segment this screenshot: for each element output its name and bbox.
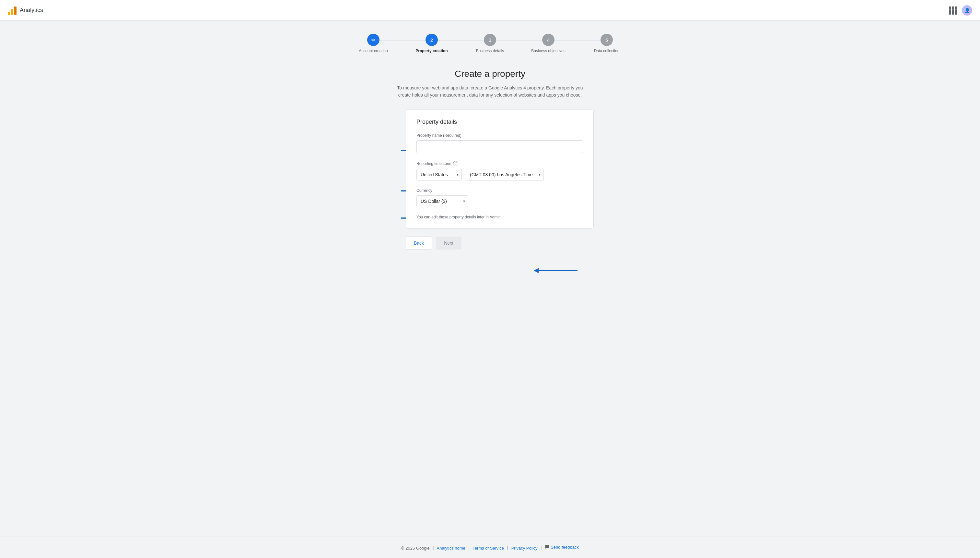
terms-link[interactable]: Terms of Service [473,545,504,550]
main-content: ✏ Account creation 2 Property creation 3… [0,21,980,537]
step-property-creation: 2 Property creation [402,34,461,53]
property-name-input[interactable] [417,140,583,153]
timezone-row: United States ▾ (GMT-08:00) Los Angeles … [417,169,583,181]
step-3-circle: 3 [484,34,496,46]
step-2-label: Property creation [415,49,448,53]
svg-marker-7 [534,268,538,273]
button-row: Back Next [406,236,594,249]
timezone-field-group: Reporting time zone ? United States ▾ (G… [417,161,583,181]
copyright-text: © 2025 Google [401,545,430,550]
privacy-link[interactable]: Privacy Policy [511,545,538,550]
step-business-details: 3 Business details [461,34,519,53]
pencil-icon: ✏ [371,37,376,43]
step-4-number: 4 [547,37,550,43]
header: Analytics 👤 [0,0,980,21]
header-right: 👤 [949,5,972,16]
currency-select[interactable]: US Dollar ($) [417,195,468,207]
currency-select-wrapper: US Dollar ($) ▾ [417,195,468,207]
logo-bar-3 [14,7,16,15]
step-data-collection: 5 Data collection [578,34,636,53]
timezone-help-icon[interactable]: ? [453,161,458,166]
user-avatar[interactable]: 👤 [962,5,972,16]
header-left: Analytics [8,6,43,15]
step-4-circle: 4 [542,34,555,46]
currency-field-group: Currency US Dollar ($) ▾ [417,188,583,207]
property-details-card: Property details Property name (Required… [406,109,594,229]
step-5-circle: 5 [601,34,613,46]
page-footer: © 2025 Google | Analytics home | Terms o… [0,537,980,558]
timezone-label: Reporting time zone ? [417,161,583,166]
step-3-label: Business details [476,49,504,53]
step-5-number: 5 [606,37,608,43]
country-select[interactable]: United States [417,169,462,181]
country-select-wrapper: United States ▾ [417,169,462,181]
back-button[interactable]: Back [406,236,432,249]
step-5-label: Data collection [594,49,620,53]
app-title: Analytics [20,7,43,14]
logo-bar-1 [8,11,10,15]
form-hint: You can edit these property details late… [417,215,583,219]
step-1-label: Account creation [359,49,387,53]
step-business-objectives: 4 Business objectives [519,34,578,53]
step-2-number: 2 [430,37,433,43]
property-name-label: Property name (Required) [417,133,583,138]
step-1-circle: ✏ [367,34,379,46]
step-2-circle: 2 [425,34,438,46]
timezone-select[interactable]: (GMT-08:00) Los Angeles Time [466,169,544,181]
step-3-number: 3 [489,37,491,43]
card-title: Property details [417,118,583,125]
property-name-field-group: Property name (Required) [417,133,583,153]
feedback-icon [545,545,549,549]
feedback-link[interactable]: Send feedback [551,545,579,550]
currency-label: Currency [417,188,583,193]
setup-stepper: ✏ Account creation 2 Property creation 3… [344,34,636,53]
feedback-area: Send feedback [545,545,579,550]
page-subtitle: To measure your web and app data, create… [393,84,587,99]
next-button[interactable]: Next [436,236,461,249]
analytics-logo [8,6,16,15]
apps-grid-icon[interactable] [949,7,957,14]
analytics-home-link[interactable]: Analytics home [437,545,465,550]
step-4-label: Business objectives [531,49,565,53]
step-account-creation: ✏ Account creation [344,34,402,53]
timezone-select-wrapper: (GMT-08:00) Los Angeles Time ▾ [466,169,544,181]
logo-bar-2 [11,9,13,15]
page-heading: Create a property [455,69,525,79]
